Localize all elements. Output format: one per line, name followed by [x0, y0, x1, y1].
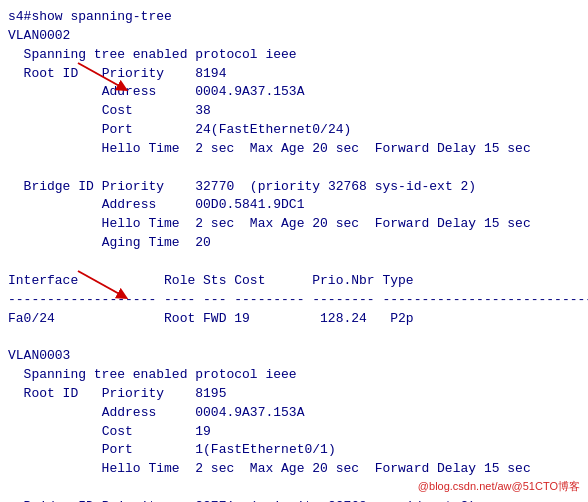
vlan0002-header: VLAN0002 [8, 28, 70, 43]
watermark-text: @blog.csdn.net/aw@51CTO博客 [418, 479, 580, 494]
vlan0002-bridge-hello: Hello Time 2 sec Max Age 20 sec Forward … [8, 216, 531, 231]
vlan0002-bridge-id: Bridge ID Priority 32770 (priority 32768… [8, 179, 476, 194]
vlan0002-table-sep: ------------------- ---- --- --------- -… [8, 292, 588, 307]
vlan0003-root-port: Port 1(FastEthernet0/1) [8, 442, 336, 457]
vlan0002-root-id: Root ID Priority 8194 [8, 66, 226, 81]
vlan0003-stp-line: Spanning tree enabled protocol ieee [8, 367, 297, 382]
vlan0002-root-port: Port 24(FastEthernet0/24) [8, 122, 351, 137]
vlan0002-root-address: Address 0004.9A37.153A [8, 84, 304, 99]
vlan0002-stp-line: Spanning tree enabled protocol ieee [8, 47, 297, 62]
vlan0002-table-header: Interface Role Sts Cost Prio.Nbr Type [8, 273, 414, 288]
vlan0002-root-cost: Cost 38 [8, 103, 211, 118]
vlan0003-header: VLAN0003 [8, 348, 70, 363]
vlan0002-table-row1: Fa0/24 Root FWD 19 128.24 P2p [8, 311, 414, 326]
terminal-content: s4#show spanning-tree VLAN0002 Spanning … [8, 8, 580, 502]
vlan0003-root-hello: Hello Time 2 sec Max Age 20 sec Forward … [8, 461, 531, 476]
vlan0003-root-cost: Cost 19 [8, 424, 211, 439]
prompt-line: s4#show spanning-tree [8, 9, 172, 24]
vlan0003-root-id: Root ID Priority 8195 [8, 386, 226, 401]
terminal-window: s4#show spanning-tree VLAN0002 Spanning … [8, 8, 580, 502]
vlan0003-root-address: Address 0004.9A37.153A [8, 405, 304, 420]
vlan0002-root-hello: Hello Time 2 sec Max Age 20 sec Forward … [8, 141, 531, 156]
vlan0002-bridge-aging: Aging Time 20 [8, 235, 211, 250]
vlan0002-bridge-address: Address 00D0.5841.9DC1 [8, 197, 304, 212]
